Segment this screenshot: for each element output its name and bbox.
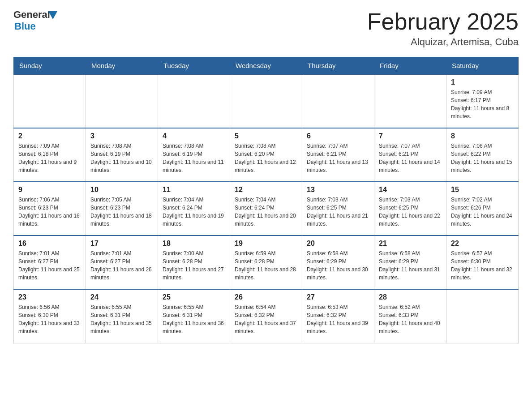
day-number: 21: [379, 240, 442, 248]
day-number: 22: [451, 240, 514, 248]
calendar-cell: 12Sunrise: 7:04 AMSunset: 6:24 PMDayligh…: [230, 182, 302, 235]
logo: General Blue: [13, 9, 57, 32]
weekday-header-friday: Friday: [374, 57, 446, 75]
calendar-cell: 6Sunrise: 7:07 AMSunset: 6:21 PMDaylight…: [302, 128, 374, 182]
title-block: February 2025 Alquizar, Artemisa, Cuba: [367, 9, 519, 48]
calendar-cell: 15Sunrise: 7:02 AMSunset: 6:26 PMDayligh…: [446, 182, 519, 235]
day-number: 1: [451, 78, 514, 86]
day-info: Sunrise: 7:04 AMSunset: 6:24 PMDaylight:…: [163, 196, 225, 228]
logo-triangle-icon: [48, 11, 57, 19]
day-info: Sunrise: 7:08 AMSunset: 6:19 PMDaylight:…: [163, 142, 225, 174]
day-number: 10: [90, 186, 153, 194]
day-info: Sunrise: 6:58 AMSunset: 6:29 PMDaylight:…: [379, 249, 442, 282]
calendar-cell: 26Sunrise: 6:54 AMSunset: 6:32 PMDayligh…: [230, 289, 302, 343]
day-info: Sunrise: 7:00 AMSunset: 6:28 PMDaylight:…: [163, 249, 225, 282]
calendar-cell: 20Sunrise: 6:58 AMSunset: 6:29 PMDayligh…: [302, 235, 374, 289]
day-number: 8: [451, 132, 514, 140]
day-number: 9: [18, 186, 81, 194]
calendar-week-3: 16Sunrise: 7:01 AMSunset: 6:27 PMDayligh…: [14, 235, 519, 289]
calendar-cell: [302, 74, 374, 128]
calendar-cell: 1Sunrise: 7:09 AMSunset: 6:17 PMDaylight…: [446, 74, 519, 128]
calendar-cell: 7Sunrise: 7:07 AMSunset: 6:21 PMDaylight…: [374, 128, 446, 182]
weekday-header-row: SundayMondayTuesdayWednesdayThursdayFrid…: [14, 57, 519, 75]
day-number: 15: [451, 186, 514, 194]
day-info: Sunrise: 6:55 AMSunset: 6:31 PMDaylight:…: [163, 303, 225, 335]
calendar-cell: 18Sunrise: 7:00 AMSunset: 6:28 PMDayligh…: [158, 235, 230, 289]
day-info: Sunrise: 7:01 AMSunset: 6:27 PMDaylight:…: [18, 249, 81, 282]
calendar-cell: 21Sunrise: 6:58 AMSunset: 6:29 PMDayligh…: [374, 235, 446, 289]
calendar-cell: 5Sunrise: 7:08 AMSunset: 6:20 PMDaylight…: [230, 128, 302, 182]
day-number: 16: [18, 240, 81, 248]
day-info: Sunrise: 7:07 AMSunset: 6:21 PMDaylight:…: [379, 142, 442, 174]
day-info: Sunrise: 7:06 AMSunset: 6:23 PMDaylight:…: [18, 196, 81, 228]
calendar-cell: 11Sunrise: 7:04 AMSunset: 6:24 PMDayligh…: [158, 182, 230, 235]
calendar-cell: 28Sunrise: 6:52 AMSunset: 6:33 PMDayligh…: [374, 289, 446, 343]
calendar-cell: [86, 74, 158, 128]
day-number: 20: [307, 240, 369, 248]
calendar-cell: 24Sunrise: 6:55 AMSunset: 6:31 PMDayligh…: [86, 289, 158, 343]
day-info: Sunrise: 7:01 AMSunset: 6:27 PMDaylight:…: [90, 249, 153, 282]
day-number: 17: [90, 240, 153, 248]
day-number: 25: [163, 293, 225, 301]
weekday-header-monday: Monday: [86, 57, 158, 75]
day-info: Sunrise: 7:03 AMSunset: 6:25 PMDaylight:…: [379, 196, 442, 228]
day-number: 19: [235, 240, 297, 248]
calendar-cell: 14Sunrise: 7:03 AMSunset: 6:25 PMDayligh…: [374, 182, 446, 235]
day-info: Sunrise: 7:08 AMSunset: 6:19 PMDaylight:…: [90, 142, 153, 174]
calendar-week-0: 1Sunrise: 7:09 AMSunset: 6:17 PMDaylight…: [14, 74, 519, 128]
calendar-cell: 13Sunrise: 7:03 AMSunset: 6:25 PMDayligh…: [302, 182, 374, 235]
day-number: 7: [379, 132, 442, 140]
day-number: 3: [90, 132, 153, 140]
day-info: Sunrise: 7:06 AMSunset: 6:22 PMDaylight:…: [451, 142, 514, 174]
day-number: 24: [90, 293, 153, 301]
day-info: Sunrise: 7:02 AMSunset: 6:26 PMDaylight:…: [451, 196, 514, 228]
day-info: Sunrise: 7:07 AMSunset: 6:21 PMDaylight:…: [307, 142, 369, 174]
day-info: Sunrise: 6:58 AMSunset: 6:29 PMDaylight:…: [307, 249, 369, 282]
weekday-header-sunday: Sunday: [14, 57, 86, 75]
calendar-cell: 16Sunrise: 7:01 AMSunset: 6:27 PMDayligh…: [14, 235, 86, 289]
weekday-header-wednesday: Wednesday: [230, 57, 302, 75]
calendar-cell: 9Sunrise: 7:06 AMSunset: 6:23 PMDaylight…: [14, 182, 86, 235]
calendar-subtitle: Alquizar, Artemisa, Cuba: [367, 36, 519, 48]
day-number: 26: [235, 293, 297, 301]
day-info: Sunrise: 7:05 AMSunset: 6:23 PMDaylight:…: [90, 196, 153, 228]
calendar-table: SundayMondayTuesdayWednesdayThursdayFrid…: [13, 57, 519, 343]
day-number: 23: [18, 293, 81, 301]
day-number: 2: [18, 132, 81, 140]
calendar-cell: 19Sunrise: 6:59 AMSunset: 6:28 PMDayligh…: [230, 235, 302, 289]
day-info: Sunrise: 6:53 AMSunset: 6:32 PMDaylight:…: [307, 303, 369, 335]
day-info: Sunrise: 6:54 AMSunset: 6:32 PMDaylight:…: [235, 303, 297, 335]
day-number: 14: [379, 186, 442, 194]
calendar-week-4: 23Sunrise: 6:56 AMSunset: 6:30 PMDayligh…: [14, 289, 519, 343]
day-info: Sunrise: 6:55 AMSunset: 6:31 PMDaylight:…: [90, 303, 153, 335]
day-info: Sunrise: 6:57 AMSunset: 6:30 PMDaylight:…: [451, 249, 514, 282]
day-number: 13: [307, 186, 369, 194]
calendar-cell: 10Sunrise: 7:05 AMSunset: 6:23 PMDayligh…: [86, 182, 158, 235]
weekday-header-tuesday: Tuesday: [158, 57, 230, 75]
logo-blue-text: Blue: [14, 21, 57, 32]
calendar-cell: [230, 74, 302, 128]
calendar-cell: 4Sunrise: 7:08 AMSunset: 6:19 PMDaylight…: [158, 128, 230, 182]
day-number: 4: [163, 132, 225, 140]
day-number: 27: [307, 293, 369, 301]
day-number: 12: [235, 186, 297, 194]
calendar-cell: 27Sunrise: 6:53 AMSunset: 6:32 PMDayligh…: [302, 289, 374, 343]
day-info: Sunrise: 6:52 AMSunset: 6:33 PMDaylight:…: [379, 303, 442, 335]
day-info: Sunrise: 7:09 AMSunset: 6:17 PMDaylight:…: [451, 88, 514, 120]
day-number: 5: [235, 132, 297, 140]
day-number: 11: [163, 186, 225, 194]
calendar-cell: 23Sunrise: 6:56 AMSunset: 6:30 PMDayligh…: [14, 289, 86, 343]
page-header: General Blue February 2025 Alquizar, Art…: [13, 9, 519, 48]
calendar-cell: 25Sunrise: 6:55 AMSunset: 6:31 PMDayligh…: [158, 289, 230, 343]
calendar-cell: 17Sunrise: 7:01 AMSunset: 6:27 PMDayligh…: [86, 235, 158, 289]
calendar-cell: [158, 74, 230, 128]
calendar-week-2: 9Sunrise: 7:06 AMSunset: 6:23 PMDaylight…: [14, 182, 519, 235]
day-info: Sunrise: 7:04 AMSunset: 6:24 PMDaylight:…: [235, 196, 297, 228]
calendar-week-1: 2Sunrise: 7:09 AMSunset: 6:18 PMDaylight…: [14, 128, 519, 182]
calendar-cell: 2Sunrise: 7:09 AMSunset: 6:18 PMDaylight…: [14, 128, 86, 182]
calendar-cell: 3Sunrise: 7:08 AMSunset: 6:19 PMDaylight…: [86, 128, 158, 182]
calendar-cell: [374, 74, 446, 128]
logo-general-text: General: [13, 9, 50, 21]
calendar-cell: 8Sunrise: 7:06 AMSunset: 6:22 PMDaylight…: [446, 128, 519, 182]
calendar-title: February 2025: [367, 9, 519, 34]
